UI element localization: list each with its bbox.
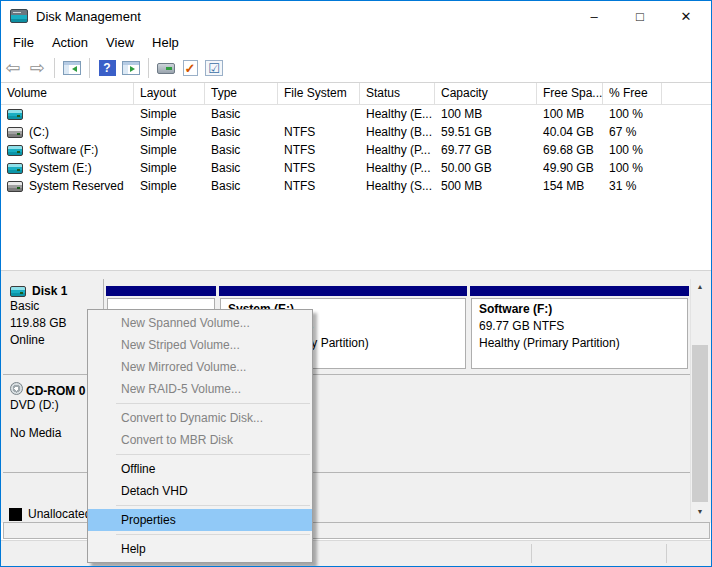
volume-capacity: 59.51 GB (435, 125, 537, 139)
disk-icon (10, 286, 26, 297)
menu-view[interactable]: View (97, 33, 143, 52)
show-console-tree-button[interactable] (60, 56, 84, 80)
menu-item-new-striped-volume: New Striped Volume... (88, 334, 312, 356)
volume-free-space: 154 MB (537, 179, 603, 193)
action-pane-button[interactable] (119, 56, 143, 80)
volume-type: Basic (205, 161, 278, 175)
volume-file-system: NTFS (278, 143, 360, 157)
red-check-icon: ✓ (183, 60, 198, 76)
partition-software-f[interactable]: Software (F:) 69.77 GB NTFS Healthy (Pri… (470, 286, 689, 370)
volume-capacity: 50.00 GB (435, 161, 537, 175)
minimize-button[interactable]: – (571, 1, 617, 31)
volume-type: Basic (205, 107, 278, 121)
column-header-layout[interactable]: Layout (134, 83, 205, 104)
vertical-scrollbar[interactable]: ▲ ▼ (690, 279, 709, 520)
legend-unallocated-label: Unallocated (28, 507, 91, 521)
volume-layout: Simple (134, 161, 205, 175)
gray-drive-icon (7, 181, 23, 192)
toolbar-separator (54, 58, 55, 78)
column-header-pct-free[interactable]: % Free (603, 83, 662, 104)
back-button[interactable]: ⇦ (1, 56, 25, 80)
volume-name: (C:) (29, 125, 49, 139)
cdrom-name: CD-ROM 0 (26, 384, 85, 398)
column-header-free-space[interactable]: Free Spa... (537, 83, 603, 104)
table-row[interactable]: Simple Basic Healthy (E... 100 MB 100 MB… (1, 105, 711, 123)
disk-context-menu: New Spanned Volume... New Striped Volume… (87, 309, 313, 563)
action-pane-icon (122, 61, 140, 75)
checklist-button[interactable]: ☑ (202, 56, 226, 80)
column-header-filler (662, 83, 711, 104)
volume-pct-free: 100 % (603, 107, 662, 121)
column-header-status[interactable]: Status (360, 83, 435, 104)
column-header-capacity[interactable]: Capacity (435, 83, 537, 104)
volume-pct-free: 100 % (603, 161, 662, 175)
checklist-icon: ☑ (205, 60, 223, 76)
toolbar-separator (89, 58, 90, 78)
column-header-volume[interactable]: Volume (1, 83, 134, 104)
volume-status: Healthy (B... (360, 125, 435, 139)
menu-separator (116, 534, 310, 535)
menu-separator (116, 454, 310, 455)
volume-free-space: 40.04 GB (537, 125, 603, 139)
cd-disc-icon (10, 382, 23, 395)
help-icon: ? (99, 60, 116, 76)
partition-status: Healthy (Primary Partition) (479, 335, 687, 352)
partition-size: 69.77 GB NTFS (479, 318, 687, 335)
volume-type: Basic (205, 125, 278, 139)
volume-name: Software (F:) (29, 143, 98, 157)
table-row[interactable]: System Reserved Simple Basic NTFS Health… (1, 177, 711, 195)
volume-pct-free: 100 % (603, 143, 662, 157)
scrollbar-thumb[interactable] (692, 345, 708, 502)
volume-status: Healthy (P... (360, 161, 435, 175)
menu-item-new-mirrored-volume: New Mirrored Volume... (88, 356, 312, 378)
window-title: Disk Management (36, 9, 141, 24)
volume-pct-free: 31 % (603, 179, 662, 193)
legend: Unallocated (9, 507, 91, 521)
help-button[interactable]: ? (95, 56, 119, 80)
volume-file-system: NTFS (278, 125, 360, 139)
back-arrow-icon: ⇦ (5, 57, 20, 79)
volume-name: System (E:) (29, 161, 92, 175)
menu-help[interactable]: Help (143, 33, 188, 52)
refresh-check-button[interactable]: ✓ (178, 56, 202, 80)
status-bar-divider (531, 544, 532, 563)
volume-free-space: 49.90 GB (537, 161, 603, 175)
volume-layout: Simple (134, 143, 205, 157)
menu-item-new-spanned-volume: New Spanned Volume... (88, 312, 312, 334)
toolbar-separator (148, 58, 149, 78)
menu-item-convert-dynamic-disk: Convert to Dynamic Disk... (88, 407, 312, 429)
column-header-file-system[interactable]: File System (278, 83, 360, 104)
table-row[interactable]: Software (F:) Simple Basic NTFS Healthy … (1, 141, 711, 159)
popup-view-button[interactable] (154, 56, 178, 80)
volume-layout: Simple (134, 125, 205, 139)
volume-status: Healthy (P... (360, 143, 435, 157)
column-header-type[interactable]: Type (205, 83, 278, 104)
menu-file[interactable]: File (4, 33, 43, 52)
close-button[interactable]: ✕ (663, 1, 709, 31)
gray-drive-icon (7, 127, 23, 138)
volume-file-system: NTFS (278, 161, 360, 175)
volume-name: System Reserved (29, 179, 124, 193)
scroll-down-icon[interactable]: ▼ (691, 504, 709, 520)
titlebar: Disk Management – □ ✕ (1, 1, 711, 31)
teal-drive-icon (7, 163, 23, 174)
volume-pct-free: 67 % (603, 125, 662, 139)
volume-table-header: Volume Layout Type File System Status Ca… (1, 83, 711, 105)
forward-button[interactable]: ⇨ (25, 56, 49, 80)
table-row[interactable]: (C:) Simple Basic NTFS Healthy (B... 59.… (1, 123, 711, 141)
menu-item-detach-vhd[interactable]: Detach VHD (88, 480, 312, 502)
partition-header-bar (106, 286, 216, 296)
menu-item-properties[interactable]: Properties (88, 509, 312, 531)
menu-item-offline[interactable]: Offline (88, 458, 312, 480)
volume-layout: Simple (134, 107, 205, 121)
volume-status: Healthy (S... (360, 179, 435, 193)
volume-list-pane: Volume Layout Type File System Status Ca… (1, 83, 711, 270)
menu-action[interactable]: Action (43, 33, 97, 52)
maximize-button[interactable]: □ (617, 1, 663, 31)
scroll-up-icon[interactable]: ▲ (691, 279, 709, 295)
table-row[interactable]: System (E:) Simple Basic NTFS Healthy (P… (1, 159, 711, 177)
menu-item-help[interactable]: Help (88, 538, 312, 560)
volume-free-space: 100 MB (537, 107, 603, 121)
partition-header-bar (470, 286, 689, 296)
disk-management-window: Disk Management – □ ✕ File Action View H… (0, 0, 712, 567)
